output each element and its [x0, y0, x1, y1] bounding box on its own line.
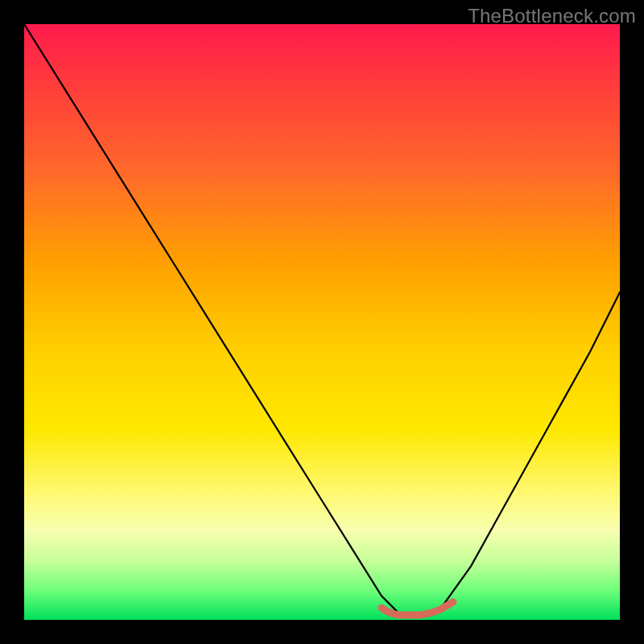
chart-frame: TheBottleneck.com [0, 0, 644, 644]
chart-svg [24, 24, 620, 620]
plot-area [24, 24, 620, 620]
bottleneck-curve [24, 24, 620, 614]
watermark-text: TheBottleneck.com [468, 5, 636, 27]
optimal-plateau [382, 602, 453, 615]
